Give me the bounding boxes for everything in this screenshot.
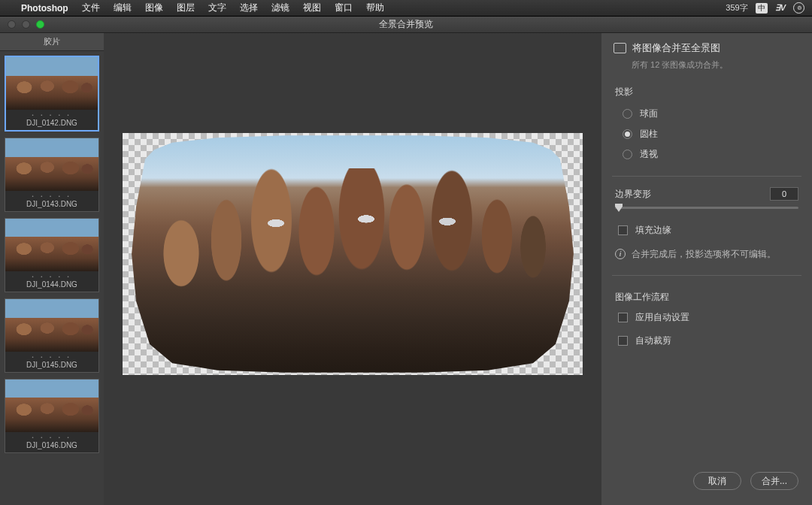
thumbnail-image (6, 57, 98, 110)
rating-dots: • • • • • (32, 110, 71, 119)
menu-extra-icon[interactable]: ∃V (775, 3, 786, 13)
slider-thumb-icon[interactable] (615, 204, 623, 212)
checkbox-label: 填充边缘 (635, 224, 671, 237)
info-icon: i (615, 249, 626, 259)
preview-area[interactable] (104, 33, 601, 505)
menu-image[interactable]: 图像 (145, 2, 163, 14)
filmstrip-scroll[interactable]: • • • • • DJI_0142.DNG • • • • • DJI_014… (0, 51, 104, 505)
menu-select[interactable]: 选择 (240, 2, 258, 14)
merge-button[interactable]: 合并... (750, 472, 798, 490)
menu-file[interactable]: 文件 (82, 2, 100, 14)
checkbox-icon (618, 225, 628, 235)
radio-icon (623, 129, 632, 139)
thumbnail-label: DJI_0146.DNG (26, 441, 77, 449)
panel-heading: 将图像合并至全景图 (632, 42, 720, 55)
menu-layer[interactable]: 图层 (177, 2, 195, 14)
radio-icon (623, 150, 632, 159)
thumbnail-label: DJI_0143.DNG (26, 200, 77, 208)
thumbnail-label: DJI_0142.DNG (26, 119, 77, 127)
workflow-section-title: 图像工作流程 (615, 291, 798, 304)
radio-label: 圆柱 (640, 128, 658, 141)
window-zoom-button[interactable] (36, 20, 44, 29)
window-minimize-button[interactable] (22, 20, 30, 29)
window-close-button[interactable] (8, 20, 16, 29)
radio-perspective[interactable]: 透视 (623, 148, 798, 161)
app-name[interactable]: Photoshop (21, 3, 68, 14)
menu-filter[interactable]: 滤镜 (271, 2, 289, 14)
rating-dots: • • • • • (32, 191, 71, 200)
filmstrip-panel: 胶片 • • • • • DJI_0142.DNG • • • • • DJI_… (0, 33, 104, 505)
ime-indicator[interactable]: 中 (756, 3, 768, 14)
checkbox-label: 应用自动设置 (635, 311, 689, 324)
thumbnail-label: DJI_0145.DNG (26, 361, 77, 369)
merge-panorama-icon (615, 44, 626, 53)
rating-dots: • • • • • (32, 432, 71, 441)
mac-menubar: Photoshop 文件 编辑 图像 图层 文字 选择 滤镜 视图 窗口 帮助 … (0, 0, 812, 17)
checkbox-label: 自动裁剪 (635, 334, 671, 347)
checkbox-icon (618, 313, 628, 322)
thumbnail-image (5, 380, 98, 432)
thumbnail[interactable]: • • • • • DJI_0145.DNG (5, 298, 99, 373)
divider (612, 275, 801, 276)
radio-label: 球面 (640, 107, 658, 120)
menu-window[interactable]: 窗口 (335, 2, 353, 14)
creative-cloud-icon[interactable]: ⊚ (793, 2, 804, 14)
divider (612, 176, 801, 177)
checkbox-auto-settings[interactable]: 应用自动设置 (615, 308, 798, 327)
menu-edit[interactable]: 编辑 (114, 2, 132, 14)
window-titlebar: 全景合并预览 (0, 17, 812, 33)
menu-view[interactable]: 视图 (303, 2, 321, 14)
rating-dots: • • • • • (32, 271, 71, 280)
info-text: 合并完成后，投影选项将不可编辑。 (632, 249, 776, 260)
boundary-warp-label: 边界变形 (615, 188, 651, 201)
thumbnail-image (5, 138, 98, 191)
window-title: 全景合并预览 (0, 18, 812, 31)
radio-spherical[interactable]: 球面 (623, 107, 798, 120)
status-wordcount: 359字 (726, 2, 747, 14)
radio-icon (623, 109, 632, 119)
filmstrip-header: 胶片 (0, 33, 104, 51)
checkbox-auto-crop[interactable]: 自动裁剪 (615, 331, 798, 350)
projection-section-title: 投影 (615, 86, 798, 98)
radio-cylindrical[interactable]: 圆柱 (623, 128, 798, 141)
thumbnail-label: DJI_0144.DNG (26, 280, 77, 289)
menu-help[interactable]: 帮助 (366, 2, 384, 14)
boundary-warp-input[interactable] (770, 187, 798, 201)
menu-type[interactable]: 文字 (208, 2, 226, 14)
checkbox-fill-edges[interactable]: 填充边缘 (615, 221, 798, 240)
rating-dots: • • • • • (32, 352, 71, 361)
thumbnail-image (5, 299, 98, 352)
thumbnail[interactable]: • • • • • DJI_0142.DNG (5, 56, 99, 132)
merge-status-text: 所有 12 张图像成功合并。 (632, 59, 798, 71)
thumbnail[interactable]: • • • • • DJI_0146.DNG (5, 379, 99, 453)
cancel-button[interactable]: 取消 (693, 472, 741, 490)
boundary-warp-slider[interactable] (615, 207, 798, 209)
panorama-canvas (123, 133, 583, 375)
options-panel: 将图像合并至全景图 所有 12 张图像成功合并。 投影 球面 圆柱 透视 边界变… (601, 33, 812, 505)
checkbox-icon (618, 336, 628, 346)
radio-label: 透视 (640, 148, 658, 161)
panorama-image (127, 135, 578, 373)
thumbnail[interactable]: • • • • • DJI_0143.DNG (5, 138, 99, 212)
thumbnail-image (5, 219, 98, 271)
thumbnail[interactable]: • • • • • DJI_0144.DNG (5, 218, 99, 292)
